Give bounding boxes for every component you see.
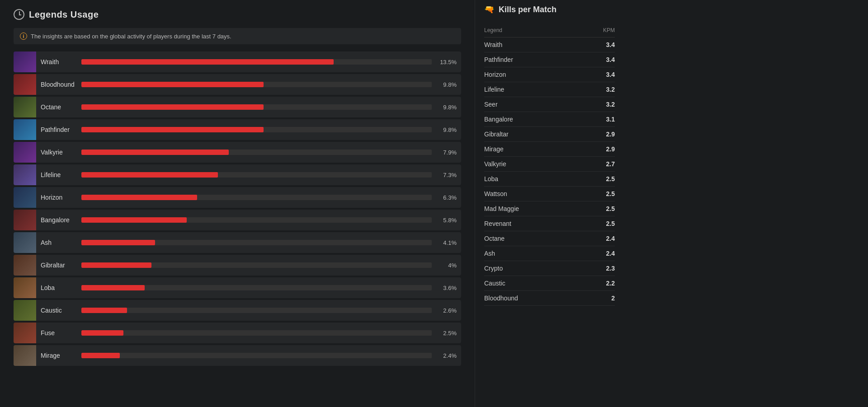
legend-name: Bangalore: [41, 216, 81, 224]
legend-name-cell: Pathfinder: [484, 52, 582, 67]
legend-avatar: [14, 323, 36, 343]
legend-avatar: [14, 51, 36, 72]
legend-name-cell: Horizon: [484, 67, 582, 82]
right-panel: 🔫 Kills per Match Legend KPM Wraith 3.4 …: [475, 0, 624, 407]
legend-row: Loba 3.6%: [14, 277, 461, 298]
table-row: Ash 2.4: [484, 246, 615, 261]
legend-name-cell: Bloodhound: [484, 291, 582, 306]
legend-row: Bangalore 5.8%: [14, 210, 461, 230]
legend-name: Horizon: [41, 194, 81, 201]
table-row: Mad Maggie 2.5: [484, 201, 615, 216]
legend-name: Valkyrie: [41, 149, 81, 156]
bar-fill: [81, 285, 145, 290]
section-title: Legends Usage: [29, 9, 99, 20]
kpm-value-cell: 2.9: [582, 142, 615, 157]
legends-list: Wraith 13.5% Bloodhound 9.8% Octane 9.8%: [14, 51, 461, 366]
legend-avatar: [14, 255, 36, 276]
legend-pct: 4.1%: [436, 239, 457, 246]
legend-name-cell: Wraith: [484, 37, 582, 52]
bar-fill: [81, 59, 334, 65]
kpm-value-cell: 2.4: [582, 231, 615, 246]
table-row: Wattson 2.5: [484, 187, 615, 201]
legend-pct: 5.8%: [436, 217, 457, 224]
bar-container: [81, 353, 432, 358]
legend-avatar: [14, 187, 36, 208]
legend-row: Fuse 2.5%: [14, 323, 461, 343]
legend-pct: 13.5%: [436, 59, 457, 65]
kpm-value-cell: 2: [582, 291, 615, 306]
legend-name: Mirage: [41, 352, 81, 359]
legend-avatar: [14, 164, 36, 185]
avatar-inner: [14, 74, 36, 95]
legend-name-cell: Valkyrie: [484, 157, 582, 172]
bar-container: [81, 330, 432, 336]
legend-name-cell: Revenant: [484, 216, 582, 231]
legend-pct: 9.8%: [436, 104, 457, 111]
bar-container: [81, 262, 432, 268]
legend-pct: 9.8%: [436, 81, 457, 88]
table-row: Wraith 3.4: [484, 37, 615, 52]
col-kpm: KPM: [582, 25, 615, 37]
col-legend: Legend: [484, 25, 582, 37]
clock-icon: [14, 9, 24, 20]
section-header: Legends Usage: [14, 9, 461, 20]
legend-avatar: [14, 142, 36, 163]
legend-avatar: [14, 210, 36, 230]
legend-pct: 2.6%: [436, 307, 457, 314]
legend-pct: 2.4%: [436, 352, 457, 359]
bar-container: [81, 59, 432, 65]
table-row: Bloodhound 2: [484, 291, 615, 306]
legend-row: Pathfinder 9.8%: [14, 119, 461, 140]
legend-avatar: [14, 119, 36, 140]
kpm-table: Legend KPM Wraith 3.4 Pathfinder 3.4 Hor…: [484, 25, 615, 306]
kpm-value-cell: 2.7: [582, 157, 615, 172]
legend-name: Octane: [41, 103, 81, 111]
legend-pct: 6.3%: [436, 194, 457, 201]
kpm-value-cell: 2.9: [582, 127, 615, 142]
bar-fill: [81, 172, 218, 178]
bar-fill: [81, 104, 264, 110]
legend-row: Lifeline 7.3%: [14, 164, 461, 185]
legend-name: Lifeline: [41, 171, 81, 178]
avatar-inner: [14, 277, 36, 298]
table-row: Crypto 2.3: [484, 261, 615, 276]
table-row: Valkyrie 2.7: [484, 157, 615, 172]
kpm-value-cell: 3.2: [582, 97, 615, 112]
kpm-value-cell: 3.1: [582, 112, 615, 127]
kpm-value-cell: 2.5: [582, 201, 615, 216]
legend-row: Gibraltar 4%: [14, 255, 461, 276]
bar-fill: [81, 240, 155, 245]
legend-avatar: [14, 345, 36, 366]
table-row: Bangalore 3.1: [484, 112, 615, 127]
legend-name-cell: Crypto: [484, 261, 582, 276]
avatar-inner: [14, 300, 36, 321]
bar-fill: [81, 308, 127, 313]
legend-name-cell: Gibraltar: [484, 127, 582, 142]
avatar-inner: [14, 97, 36, 117]
legend-name: Bloodhound: [41, 81, 81, 88]
legend-pct: 3.6%: [436, 285, 457, 291]
avatar-inner: [14, 345, 36, 366]
legend-avatar: [14, 232, 36, 253]
table-row: Pathfinder 3.4: [484, 52, 615, 67]
legend-name: Loba: [41, 284, 81, 291]
legend-avatar: [14, 74, 36, 95]
bar-fill: [81, 195, 197, 200]
bar-fill: [81, 127, 264, 132]
legend-pct: 7.9%: [436, 149, 457, 156]
table-row: Loba 2.5: [484, 172, 615, 187]
right-section-header: 🔫 Kills per Match: [484, 5, 615, 18]
legend-row: Bloodhound 9.8%: [14, 74, 461, 95]
legend-name: Caustic: [41, 307, 81, 314]
info-icon: i: [20, 33, 27, 40]
avatar-inner: [14, 164, 36, 185]
legend-row: Ash 4.1%: [14, 232, 461, 253]
legend-row: Valkyrie 7.9%: [14, 142, 461, 163]
bar-container: [81, 285, 432, 290]
legend-pct: 7.3%: [436, 172, 457, 178]
bar-container: [81, 104, 432, 110]
avatar-inner: [14, 119, 36, 140]
legend-row: Mirage 2.4%: [14, 345, 461, 366]
legend-row: Octane 9.8%: [14, 97, 461, 117]
table-row: Horizon 3.4: [484, 67, 615, 82]
